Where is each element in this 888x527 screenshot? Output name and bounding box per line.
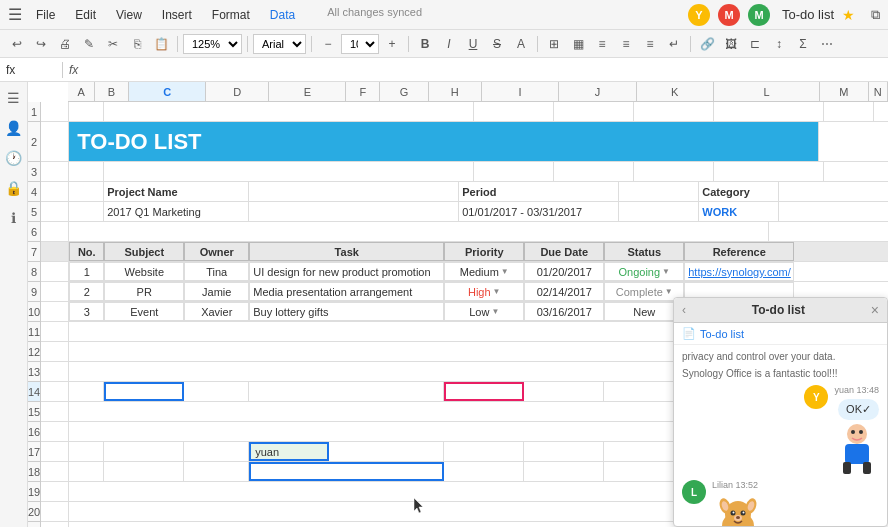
cell-c14-selected[interactable] bbox=[104, 382, 184, 401]
font-decrease-button[interactable]: − bbox=[317, 33, 339, 55]
cell-l4[interactable] bbox=[779, 182, 888, 201]
cell-i18[interactable] bbox=[444, 462, 524, 481]
cell-a4[interactable] bbox=[41, 182, 69, 201]
print-button[interactable]: 🖨 bbox=[54, 33, 76, 55]
cell-b15[interactable] bbox=[69, 402, 769, 421]
cell-a2[interactable] bbox=[41, 122, 69, 161]
cell-b4[interactable] bbox=[69, 182, 104, 201]
cell-j3[interactable] bbox=[554, 162, 634, 181]
cell-b12[interactable] bbox=[69, 342, 769, 361]
cell-e17-typing[interactable]: yuan bbox=[249, 442, 329, 461]
cell-a16[interactable] bbox=[41, 422, 69, 441]
cell-b14[interactable] bbox=[69, 382, 104, 401]
cell-l3[interactable] bbox=[714, 162, 824, 181]
align-center-button[interactable]: ≡ bbox=[615, 33, 637, 55]
cell-a1[interactable] bbox=[41, 102, 69, 121]
chat-close-button[interactable]: × bbox=[871, 302, 879, 318]
cell-b6[interactable] bbox=[69, 222, 769, 241]
insert-image-button[interactable]: 🖼 bbox=[720, 33, 742, 55]
cell-a7[interactable] bbox=[41, 242, 69, 261]
cell-e14[interactable] bbox=[249, 382, 444, 401]
cell-a5[interactable] bbox=[41, 202, 69, 221]
menu-view[interactable]: View bbox=[112, 6, 146, 24]
cell-b1[interactable] bbox=[69, 102, 104, 121]
sum-button[interactable]: Σ bbox=[792, 33, 814, 55]
cell-j4[interactable] bbox=[619, 182, 699, 201]
cell-b5[interactable] bbox=[69, 202, 104, 221]
cell-b18[interactable] bbox=[69, 462, 104, 481]
cell-d4[interactable] bbox=[249, 182, 459, 201]
cell-b3[interactable] bbox=[69, 162, 104, 181]
cell-reference-input[interactable] bbox=[6, 63, 56, 77]
cell-d14[interactable] bbox=[184, 382, 249, 401]
menu-data[interactable]: Data bbox=[266, 6, 299, 24]
menu-insert[interactable]: Insert bbox=[158, 6, 196, 24]
cell-l5[interactable] bbox=[779, 202, 888, 221]
cell-a12[interactable] bbox=[41, 342, 69, 361]
cell-a13[interactable] bbox=[41, 362, 69, 381]
wrap-text-button[interactable]: ↵ bbox=[663, 33, 685, 55]
bold-button[interactable]: B bbox=[414, 33, 436, 55]
sidebar-icon-lock[interactable]: 🔒 bbox=[5, 180, 22, 196]
cell-j17[interactable] bbox=[444, 442, 524, 461]
cell-l1[interactable] bbox=[714, 102, 824, 121]
copy-button[interactable]: ⎘ bbox=[126, 33, 148, 55]
font-size-selector[interactable]: 10812 bbox=[341, 34, 379, 54]
strikethrough-button[interactable]: S bbox=[486, 33, 508, 55]
sidebar-icon-info[interactable]: ℹ bbox=[11, 210, 16, 226]
cell-c18[interactable] bbox=[104, 462, 184, 481]
cell-i14-pink[interactable] bbox=[444, 382, 524, 401]
sidebar-icon-menu[interactable]: ☰ bbox=[7, 90, 20, 106]
cell-a15[interactable] bbox=[41, 402, 69, 421]
cell-j14[interactable] bbox=[524, 382, 604, 401]
merge-cells-button[interactable]: ⊞ bbox=[543, 33, 565, 55]
cell-i1[interactable] bbox=[474, 102, 554, 121]
cell-c1[interactable] bbox=[104, 102, 474, 121]
menu-format[interactable]: Format bbox=[208, 6, 254, 24]
cell-b16[interactable] bbox=[69, 422, 769, 441]
cell-m1[interactable] bbox=[824, 102, 874, 121]
cell-b17[interactable] bbox=[69, 442, 104, 461]
cell-c3[interactable] bbox=[104, 162, 474, 181]
cell-j18[interactable] bbox=[524, 462, 604, 481]
borders-button[interactable]: ▦ bbox=[567, 33, 589, 55]
cell-b19[interactable] bbox=[69, 482, 769, 501]
cell-j1[interactable] bbox=[554, 102, 634, 121]
align-left-button[interactable]: ≡ bbox=[591, 33, 613, 55]
cell-c17[interactable] bbox=[104, 442, 184, 461]
cell-a11[interactable] bbox=[41, 322, 69, 341]
paste-button[interactable]: 📋 bbox=[150, 33, 172, 55]
cell-a18[interactable] bbox=[41, 462, 69, 481]
font-increase-button[interactable]: + bbox=[381, 33, 403, 55]
cell-k3[interactable] bbox=[634, 162, 714, 181]
hamburger-icon[interactable]: ☰ bbox=[8, 5, 22, 24]
sidebar-icon-user[interactable]: 👤 bbox=[5, 120, 22, 136]
cell-k17[interactable] bbox=[524, 442, 604, 461]
cell-f17[interactable] bbox=[329, 442, 444, 461]
font-color-button[interactable]: A bbox=[510, 33, 532, 55]
cell-e18-input[interactable] bbox=[249, 462, 444, 481]
cell-d17[interactable] bbox=[184, 442, 249, 461]
cell-d18[interactable] bbox=[184, 462, 249, 481]
cut-button[interactable]: ✂ bbox=[102, 33, 124, 55]
align-right-button[interactable]: ≡ bbox=[639, 33, 661, 55]
filter-button[interactable]: ⊏ bbox=[744, 33, 766, 55]
cell-i3[interactable] bbox=[474, 162, 554, 181]
sort-button[interactable]: ↕ bbox=[768, 33, 790, 55]
cell-k1[interactable] bbox=[634, 102, 714, 121]
cell-a8[interactable] bbox=[41, 262, 69, 281]
maximize-icon[interactable]: ⧉ bbox=[871, 7, 880, 23]
cell-b11[interactable] bbox=[69, 322, 769, 341]
menu-file[interactable]: File bbox=[32, 6, 59, 24]
cell-j5[interactable] bbox=[619, 202, 699, 221]
insert-link-button[interactable]: 🔗 bbox=[696, 33, 718, 55]
paint-format-button[interactable]: ✎ bbox=[78, 33, 100, 55]
italic-button[interactable]: I bbox=[438, 33, 460, 55]
menu-edit[interactable]: Edit bbox=[71, 6, 100, 24]
more-button[interactable]: ⋯ bbox=[816, 33, 838, 55]
sidebar-icon-clock[interactable]: 🕐 bbox=[5, 150, 22, 166]
cell-a3[interactable] bbox=[41, 162, 69, 181]
cell-d5[interactable] bbox=[249, 202, 459, 221]
cell-a20[interactable] bbox=[41, 502, 69, 521]
cell-a9[interactable] bbox=[41, 282, 69, 301]
